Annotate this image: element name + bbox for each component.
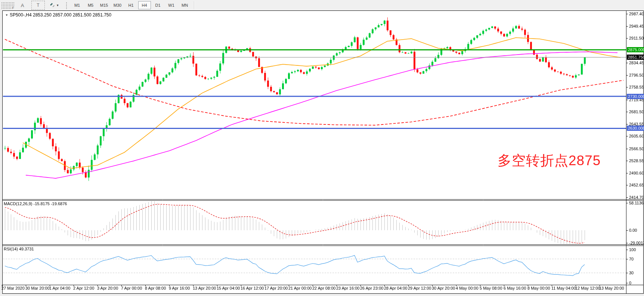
toolbar-separator: [194, 1, 194, 9]
timeframe-button-h4[interactable]: H4: [138, 1, 151, 9]
dropdown-caret-icon[interactable]: ▾: [57, 3, 59, 7]
toolbar-grip-label: F: [12, 6, 15, 10]
toolbar-grip-2[interactable]: [65, 1, 68, 9]
toolbar-grip[interactable]: F: [1, 1, 15, 9]
timeframe-button-w1[interactable]: W1: [165, 1, 178, 9]
arrows-tool-button[interactable]: ▾: [48, 1, 60, 10]
timeframe-button-m5[interactable]: M5: [84, 1, 97, 9]
arrows-tool-icon: [49, 2, 56, 9]
timeframe-toolbar: M1M5M15M30H1H4D1W1MN: [71, 1, 192, 9]
timeframe-button-m15[interactable]: M15: [98, 1, 111, 9]
timeframe-button-d1[interactable]: D1: [152, 1, 164, 9]
font-tool-button[interactable]: A: [16, 1, 28, 10]
mt4-terminal: { "toolbar": { "grip_label": "F", "font_…: [0, 0, 644, 296]
app-toolbar: F A T ▾ M1M5M15M30H1H4D1W1MN: [0, 0, 644, 10]
timeframe-button-m1[interactable]: M1: [71, 1, 84, 9]
chart-canvas[interactable]: [0, 0, 644, 296]
timeframe-button-mn[interactable]: MN: [179, 1, 191, 9]
timeframe-button-h1[interactable]: H1: [125, 1, 137, 9]
text-tool-button[interactable]: T: [31, 1, 45, 10]
timeframe-button-m30[interactable]: M30: [111, 1, 124, 9]
